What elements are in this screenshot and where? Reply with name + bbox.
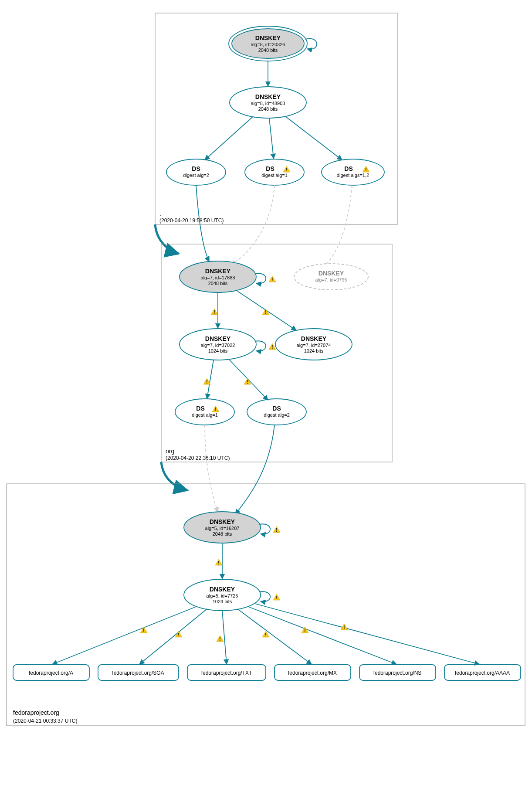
- edge-dashed: [205, 425, 218, 512]
- svg-text:fedoraproject.org/NS: fedoraproject.org/NS: [373, 670, 422, 676]
- node-org-ksk[interactable]: DNSKEY alg=7, id=17883 2048 bits: [180, 261, 256, 292]
- zone-link-root-org: [155, 224, 179, 254]
- rr-ns[interactable]: fedoraproject.org/NS: [359, 665, 436, 680]
- warning-icon: [273, 527, 280, 533]
- self-loop: [259, 524, 270, 534]
- svg-point-34: [175, 399, 234, 425]
- svg-text:DS: DS: [344, 165, 352, 172]
- zone-fedora-time: (2020-04-21 00:33:37 UTC): [13, 718, 77, 724]
- svg-point-10: [166, 159, 226, 185]
- svg-text:digest algs=1,2: digest algs=1,2: [337, 173, 369, 178]
- svg-text:2048 bits: 2048 bits: [258, 48, 278, 53]
- svg-point-23: [294, 264, 368, 290]
- svg-point-37: [247, 399, 306, 425]
- edge-dashed: [231, 185, 274, 265]
- node-org-zsk1[interactable]: DNSKEY alg=7, id=37022 1024 bits: [180, 329, 256, 360]
- edge: [269, 119, 274, 159]
- node-root-ds2[interactable]: DS digest alg=1: [245, 159, 304, 185]
- warning-icon: [273, 594, 280, 600]
- zone-root-name: .: [159, 210, 161, 217]
- svg-point-16: [322, 159, 384, 185]
- svg-text:DNSKEY: DNSKEY: [255, 34, 281, 41]
- svg-text:alg=7, id=9795: alg=7, id=9795: [315, 277, 347, 282]
- warning-icon: [203, 378, 210, 384]
- svg-text:fedoraproject.org/MX: fedoraproject.org/MX: [288, 670, 337, 676]
- node-org-dashed[interactable]: DNSKEY alg=7, id=9795: [294, 264, 368, 290]
- rr-aaaa[interactable]: fedoraproject.org/AAAA: [444, 665, 521, 680]
- svg-text:DNSKEY: DNSKEY: [205, 268, 231, 275]
- warning-icon: [269, 276, 276, 282]
- zone-fedora-box: [7, 484, 525, 726]
- node-root-ksk[interactable]: DNSKEY alg=8, id=20326 2048 bits: [229, 26, 307, 61]
- warning-icon: [211, 309, 218, 315]
- svg-text:DNSKEY: DNSKEY: [319, 270, 344, 277]
- svg-text:2048 bits: 2048 bits: [208, 281, 228, 286]
- dnssec-graph: ! . (2020-04-20 19:58:50 UTC) DNSKEY alg…: [0, 0, 532, 795]
- svg-text:fedoraproject.org/A: fedoraproject.org/A: [29, 670, 73, 676]
- svg-text:fedoraproject.org/AAAA: fedoraproject.org/AAAA: [455, 670, 510, 676]
- warning-icon: [140, 627, 147, 633]
- svg-text:alg=5, id=16207: alg=5, id=16207: [205, 526, 240, 531]
- zone-org-time: (2020-04-20 22:36:10 UTC): [166, 455, 230, 461]
- svg-text:digest alg=2: digest alg=2: [183, 173, 209, 178]
- svg-text:alg=8, id=48903: alg=8, id=48903: [251, 101, 285, 106]
- svg-text:alg=7, id=37022: alg=7, id=37022: [201, 343, 235, 348]
- node-org-ds1[interactable]: DS digest alg=1: [175, 399, 234, 425]
- svg-text:1024 bits: 1024 bits: [208, 348, 228, 353]
- rr-a[interactable]: fedoraproject.org/A: [13, 665, 89, 680]
- svg-text:digest alg=1: digest alg=1: [261, 173, 288, 178]
- zone-root-time: (2020-04-20 19:58:50 UTC): [159, 217, 224, 224]
- rr-mx[interactable]: fedoraproject.org/MX: [274, 665, 351, 680]
- svg-text:DS: DS: [196, 405, 204, 412]
- rr-txt[interactable]: fedoraproject.org/TXT: [187, 665, 266, 680]
- edge: [285, 116, 342, 160]
- svg-text:digest alg=1: digest alg=1: [192, 412, 218, 418]
- svg-text:alg=8, id=20326: alg=8, id=20326: [251, 42, 285, 47]
- svg-text:DS: DS: [272, 405, 281, 412]
- self-loop: [255, 273, 266, 283]
- node-root-ds3[interactable]: DS digest algs=1,2: [322, 159, 384, 185]
- zone-link-org-fedora: [161, 462, 187, 490]
- svg-text:fedoraproject.org/TXT: fedoraproject.org/TXT: [201, 670, 252, 676]
- svg-text:alg=7, id=27074: alg=7, id=27074: [297, 343, 331, 348]
- node-fed-ksk[interactable]: DNSKEY alg=5, id=16207 2048 bits: [184, 512, 261, 543]
- rr-soa[interactable]: fedoraproject.org/SOA: [98, 665, 179, 680]
- svg-text:alg=5, id=7725: alg=5, id=7725: [207, 593, 238, 598]
- node-org-ds2[interactable]: DS digest alg=2: [247, 399, 306, 425]
- edge: [235, 425, 274, 514]
- zone-fedora-name: fedoraproject.org: [13, 709, 59, 716]
- edge: [207, 360, 213, 399]
- edge: [205, 117, 253, 160]
- svg-text:DS: DS: [266, 165, 274, 172]
- warning-icon: [217, 635, 224, 642]
- svg-text:1024 bits: 1024 bits: [213, 599, 232, 604]
- svg-text:1024 bits: 1024 bits: [304, 348, 324, 353]
- warning-icon: [215, 559, 222, 565]
- svg-text:DNSKEY: DNSKEY: [210, 586, 235, 593]
- svg-text:digest alg=2: digest alg=2: [264, 412, 290, 418]
- svg-text:DS: DS: [192, 165, 200, 172]
- self-loop: [259, 591, 270, 601]
- svg-text:2048 bits: 2048 bits: [213, 531, 232, 537]
- edge-dashed: [322, 185, 352, 268]
- svg-text:2048 bits: 2048 bits: [258, 106, 278, 112]
- svg-text:DNSKEY: DNSKEY: [210, 518, 235, 525]
- node-org-zsk2[interactable]: DNSKEY alg=7, id=27074 1024 bits: [275, 329, 352, 360]
- svg-text:alg=7, id=17883: alg=7, id=17883: [201, 275, 235, 280]
- svg-text:DNSKEY: DNSKEY: [301, 335, 327, 342]
- node-fed-zsk[interactable]: DNSKEY alg=5, id=7725 1024 bits: [184, 579, 261, 611]
- node-root-ds1[interactable]: DS digest alg=2: [166, 159, 226, 185]
- svg-point-13: [245, 159, 304, 185]
- svg-text:fedoraproject.org/SOA: fedoraproject.org/SOA: [112, 670, 164, 676]
- warning-icon: [269, 343, 276, 350]
- svg-text:DNSKEY: DNSKEY: [255, 93, 281, 100]
- self-loop: [255, 341, 266, 351]
- node-root-zsk[interactable]: DNSKEY alg=8, id=48903 2048 bits: [230, 87, 306, 118]
- zone-org-name: org: [166, 448, 174, 455]
- svg-text:DNSKEY: DNSKEY: [205, 335, 231, 342]
